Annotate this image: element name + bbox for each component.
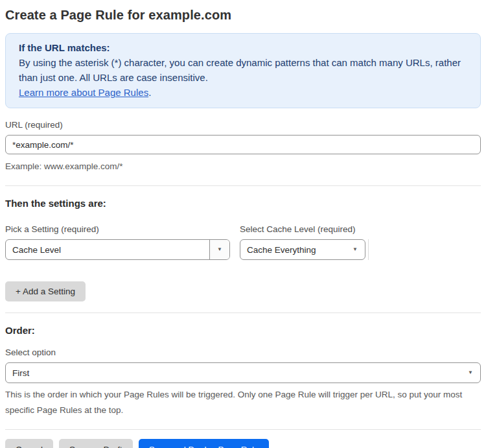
cache-level-value: Cache Everything bbox=[247, 245, 316, 255]
url-helper: Example: www.example.com/* bbox=[5, 159, 481, 174]
info-box-body: By using the asterisk (*) character, you… bbox=[19, 55, 467, 85]
chevron-down-icon: ▼ bbox=[209, 240, 229, 259]
link-period: . bbox=[148, 87, 151, 98]
save-draft-button[interactable]: Save as Draft bbox=[59, 439, 133, 448]
learn-more-link[interactable]: Learn more about Page Rules bbox=[19, 87, 148, 98]
divider bbox=[5, 185, 481, 186]
url-match-info-box: If the URL matches: By using the asteris… bbox=[5, 33, 481, 108]
select-option-label: Select option bbox=[5, 348, 481, 357]
pick-setting-dropdown[interactable]: Cache Level ▼ bbox=[5, 239, 230, 260]
pick-setting-value: Cache Level bbox=[12, 245, 61, 255]
url-label: URL (required) bbox=[5, 120, 481, 130]
footer-actions: Cancel Save as Draft Save and Deploy Pag… bbox=[5, 439, 481, 448]
order-helper: This is the order in which your Page Rul… bbox=[5, 387, 481, 418]
pick-setting-label: Pick a Setting (required) bbox=[5, 224, 230, 234]
info-box-heading: If the URL matches: bbox=[19, 40, 467, 55]
order-value: First bbox=[12, 368, 29, 378]
pick-setting-column: Pick a Setting (required) Cache Level ▼ bbox=[5, 213, 230, 260]
chevron-down-icon: ▼ bbox=[353, 247, 365, 252]
cancel-button[interactable]: Cancel bbox=[5, 439, 53, 448]
page-title: Create a Page Rule for example.com bbox=[5, 8, 481, 23]
divider bbox=[5, 429, 481, 430]
settings-heading: Then the settings are: bbox=[5, 198, 481, 209]
select-cache-level-label: Select Cache Level (required) bbox=[240, 224, 365, 234]
cache-level-dropdown[interactable]: Cache Everything ▼ bbox=[240, 239, 365, 260]
order-heading: Order: bbox=[5, 325, 481, 336]
setting-row-divider bbox=[368, 239, 369, 260]
settings-row: Pick a Setting (required) Cache Level ▼ … bbox=[5, 213, 481, 260]
create-page-rule-form: Create a Page Rule for example.com If th… bbox=[0, 0, 486, 448]
divider bbox=[5, 312, 481, 313]
cache-level-column: Select Cache Level (required) Cache Ever… bbox=[240, 213, 365, 260]
add-setting-button[interactable]: + Add a Setting bbox=[5, 281, 86, 301]
url-input[interactable] bbox=[5, 135, 481, 154]
info-box-link-row: Learn more about Page Rules. bbox=[19, 85, 467, 100]
chevron-down-icon: ▼ bbox=[468, 370, 480, 375]
save-deploy-button[interactable]: Save and Deploy Page Rule bbox=[139, 439, 270, 448]
order-dropdown[interactable]: First ▼ bbox=[5, 362, 481, 383]
